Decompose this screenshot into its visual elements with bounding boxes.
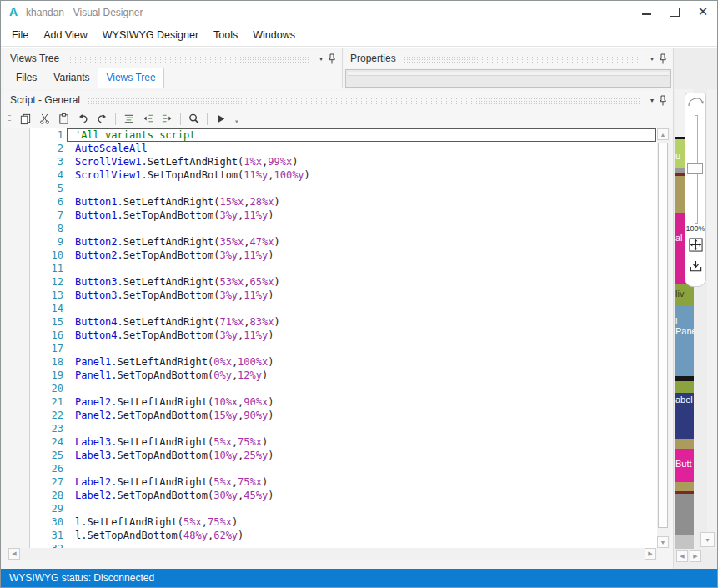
code-line[interactable]: 6Button1.SetLeftAndRight(15%x,28%x): [30, 195, 670, 209]
code-line-text: ScrollView1.SetTopAndBottom(11%y,100%y): [67, 168, 656, 182]
menu-wysiwyg-designer[interactable]: WYSIWYG Designer: [95, 26, 206, 44]
properties-field-inner: [348, 72, 669, 76]
copy-button[interactable]: [17, 110, 34, 127]
editor-vertical-scrollbar[interactable]: ▲ ▼: [657, 128, 670, 548]
code-line[interactable]: 17: [30, 342, 670, 355]
code-line[interactable]: 30l.SetLeftAndRight(5%x,75%x): [30, 515, 670, 529]
format-document-button[interactable]: [120, 110, 138, 127]
scroll-left-button[interactable]: ◀: [8, 548, 20, 560]
toolbar-overflow-icon[interactable]: ▾: [235, 118, 238, 125]
code-line[interactable]: 10Button2.SetTopAndBottom(3%y,11%y): [30, 249, 670, 262]
code-line-text: [67, 462, 656, 475]
status-bar: WYSIWYG status: Disconnected: [1, 569, 717, 588]
fit-to-screen-button[interactable]: [687, 236, 704, 253]
code-line[interactable]: 25Label3.SetTopAndBottom(10%y,25%y): [30, 449, 670, 462]
close-button[interactable]: ✕: [690, 1, 716, 23]
code-line[interactable]: 16Button4.SetTopAndBottom(3%y,11%y): [30, 329, 670, 342]
code-line[interactable]: 31l.SetTopAndBottom(48%y,62%y): [30, 529, 670, 542]
code-line[interactable]: 22Panel2.SetTopAndBottom(15%y,90%y): [30, 409, 670, 422]
load-layout-button[interactable]: [687, 258, 704, 274]
minimize-button[interactable]: [633, 1, 660, 23]
code-line[interactable]: 5: [30, 182, 670, 195]
undo-button[interactable]: [74, 110, 92, 127]
code-line[interactable]: 8: [30, 222, 670, 235]
zoom-slider-thumb[interactable]: [687, 163, 703, 174]
designer-view-block[interactable]: [675, 439, 694, 449]
pin-icon[interactable]: [658, 53, 672, 64]
designer-view-block[interactable]: [675, 494, 694, 535]
properties-filter-field[interactable]: [345, 69, 671, 88]
code-line[interactable]: 1'All variants script: [30, 128, 670, 142]
pin-icon[interactable]: [327, 53, 341, 64]
scroll-up-button[interactable]: ▲: [657, 128, 669, 140]
code-line[interactable]: 14: [30, 302, 670, 315]
code-line[interactable]: 9Button2.SetLeftAndRight(35%x,47%x): [30, 235, 670, 249]
editor-horizontal-scrollbar[interactable]: ◀ ▶: [8, 548, 657, 560]
code-line[interactable]: 21Panel2.SetLeftAndRight(10%x,90%x): [30, 395, 670, 409]
code-line[interactable]: 3ScrollView1.SetLeftAndRight(1%x,99%x): [30, 155, 670, 168]
code-line[interactable]: 27Label2.SetLeftAndRight(5%x,75%x): [30, 475, 670, 489]
panel-menu-arrow-icon[interactable]: ▾: [315, 55, 327, 63]
pin-icon[interactable]: [658, 95, 672, 106]
maximize-button[interactable]: [661, 1, 688, 23]
code-line[interactable]: 4ScrollView1.SetTopAndBottom(11%y,100%y): [30, 168, 670, 182]
script-code-editor[interactable]: 1'All variants script2AutoScaleAll3Scrol…: [29, 128, 670, 548]
panel-menu-arrow-icon[interactable]: ▾: [646, 55, 658, 63]
tab-files[interactable]: Files: [8, 68, 45, 88]
code-line-text: [67, 182, 656, 195]
toolbar-grip[interactable]: [8, 113, 11, 125]
code-line[interactable]: 15Button4.SetLeftAndRight(71%x,83%x): [30, 315, 670, 329]
code-line[interactable]: 11: [30, 262, 670, 275]
designer-splitter[interactable]: [673, 48, 674, 569]
designer-view-block[interactable]: [675, 482, 694, 491]
dock-splitter[interactable]: [342, 48, 343, 88]
scroll-down-button[interactable]: ▼: [657, 536, 669, 548]
line-number: 10: [30, 249, 63, 262]
run-button[interactable]: [212, 110, 229, 127]
designer-vertical-scrollbar[interactable]: [707, 89, 718, 549]
redo-button[interactable]: [93, 110, 111, 127]
designer-scroll-left-button[interactable]: ◀: [676, 550, 688, 562]
code-line[interactable]: 2AutoScaleAll: [30, 142, 670, 155]
code-line[interactable]: 12Button3.SetLeftAndRight(53%x,65%x): [30, 275, 670, 289]
designer-view-block[interactable]: l Pane: [675, 306, 694, 376]
code-line[interactable]: 19Panel1.SetTopAndBottom(0%y,12%y): [30, 369, 670, 382]
designer-scroll-down-button[interactable]: ▼: [700, 532, 715, 547]
designer-view-block[interactable]: abel: [675, 393, 694, 439]
code-line[interactable]: 28Label2.SetTopAndBottom(30%y,45%y): [30, 489, 670, 502]
code-line[interactable]: 20: [30, 382, 670, 395]
code-line-text: Button3.SetTopAndBottom(3%y,11%y): [67, 289, 656, 302]
tab-views-tree[interactable]: Views Tree: [98, 68, 163, 88]
menu-add-view[interactable]: Add View: [36, 26, 95, 44]
indent-button[interactable]: [158, 110, 176, 127]
scroll-right-button[interactable]: ▶: [645, 548, 656, 560]
code-line[interactable]: 29: [30, 502, 670, 515]
tab-variants[interactable]: Variants: [45, 68, 98, 88]
code-line[interactable]: 18Panel1.SetLeftAndRight(0%x,100%x): [30, 355, 670, 369]
rotate-device-icon[interactable]: [686, 96, 705, 108]
paste-button[interactable]: [55, 110, 73, 127]
code-line[interactable]: 23: [30, 422, 670, 435]
panel-menu-arrow-icon[interactable]: ▾: [646, 97, 658, 104]
menu-file[interactable]: File: [4, 26, 36, 44]
code-line[interactable]: 24Label3.SetLeftAndRight(5%x,75%x): [30, 435, 670, 449]
menu-windows[interactable]: Windows: [245, 26, 303, 44]
designer-view-block[interactable]: Butt: [675, 449, 694, 482]
titlebar[interactable]: A khandan - Visual Designer ✕: [1, 1, 717, 24]
designer-scroll-right-button[interactable]: ▶: [690, 550, 701, 562]
cut-button[interactable]: [36, 110, 53, 127]
format-document-icon: [123, 113, 135, 125]
code-line[interactable]: 13Button3.SetTopAndBottom(3%y,11%y): [30, 289, 670, 302]
search-button[interactable]: [185, 110, 203, 127]
code-line[interactable]: 26: [30, 462, 670, 475]
outdent-button[interactable]: [139, 110, 157, 127]
editor-vscroll-thumb[interactable]: [658, 143, 668, 528]
designer-view-block[interactable]: [675, 381, 694, 393]
menu-tools[interactable]: Tools: [206, 26, 245, 44]
code-line-text: [67, 502, 656, 515]
designer-view-block[interactable]: liv: [675, 284, 694, 306]
designer-view-block[interactable]: [675, 535, 694, 549]
code-line[interactable]: 32: [30, 542, 670, 548]
line-number: 28: [30, 489, 63, 502]
code-line[interactable]: 7Button1.SetTopAndBottom(3%y,11%y): [30, 209, 670, 222]
